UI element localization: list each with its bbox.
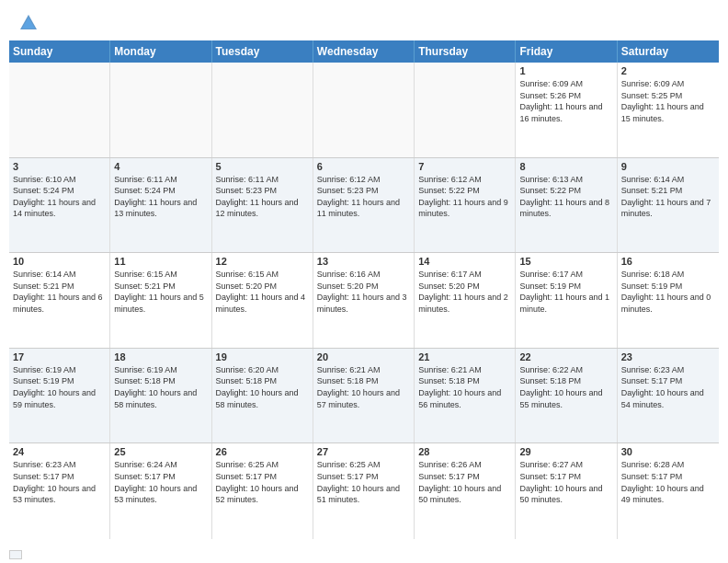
day-number: 27	[317, 446, 410, 457]
empty-cell	[415, 63, 516, 157]
header	[0, 0, 728, 40]
day-cell-3: 3Sunrise: 6:10 AM Sunset: 5:24 PM Daylig…	[9, 158, 110, 253]
day-cell-9: 9Sunrise: 6:14 AM Sunset: 5:21 PM Daylig…	[618, 158, 719, 253]
day-info: Sunrise: 6:22 AM Sunset: 5:18 PM Dayligh…	[519, 364, 612, 410]
day-info: Sunrise: 6:15 AM Sunset: 5:21 PM Dayligh…	[114, 269, 207, 315]
empty-cell	[212, 63, 313, 157]
day-cell-21: 21Sunrise: 6:21 AM Sunset: 5:18 PM Dayli…	[415, 349, 516, 443]
day-info: Sunrise: 6:20 AM Sunset: 5:18 PM Dayligh…	[216, 364, 309, 410]
day-cell-8: 8Sunrise: 6:13 AM Sunset: 5:22 PM Daylig…	[516, 158, 617, 253]
day-info: Sunrise: 6:13 AM Sunset: 5:22 PM Dayligh…	[519, 174, 612, 220]
day-number: 1	[519, 65, 612, 76]
day-cell-7: 7Sunrise: 6:12 AM Sunset: 5:22 PM Daylig…	[415, 158, 516, 253]
day-number: 9	[621, 161, 715, 172]
day-info: Sunrise: 6:14 AM Sunset: 5:21 PM Dayligh…	[621, 174, 715, 220]
day-cell-24: 24Sunrise: 6:23 AM Sunset: 5:17 PM Dayli…	[9, 443, 110, 539]
day-cell-27: 27Sunrise: 6:25 AM Sunset: 5:17 PM Dayli…	[313, 443, 415, 539]
day-info: Sunrise: 6:23 AM Sunset: 5:17 PM Dayligh…	[621, 364, 715, 410]
day-info: Sunrise: 6:25 AM Sunset: 5:17 PM Dayligh…	[317, 459, 410, 505]
day-cell-4: 4Sunrise: 6:11 AM Sunset: 5:24 PM Daylig…	[110, 158, 211, 253]
day-info: Sunrise: 6:14 AM Sunset: 5:21 PM Dayligh…	[13, 269, 106, 315]
day-number: 23	[621, 351, 715, 362]
legend-box	[9, 550, 22, 559]
day-cell-2: 2Sunrise: 6:09 AM Sunset: 5:25 PM Daylig…	[618, 63, 719, 157]
week-row-0: 1Sunrise: 6:09 AM Sunset: 5:26 PM Daylig…	[9, 63, 719, 158]
day-cell-16: 16Sunrise: 6:18 AM Sunset: 5:19 PM Dayli…	[618, 253, 719, 348]
day-cell-25: 25Sunrise: 6:24 AM Sunset: 5:17 PM Dayli…	[110, 443, 211, 539]
day-info: Sunrise: 6:19 AM Sunset: 5:19 PM Dayligh…	[13, 364, 106, 410]
day-cell-11: 11Sunrise: 6:15 AM Sunset: 5:21 PM Dayli…	[110, 253, 211, 348]
week-row-2: 10Sunrise: 6:14 AM Sunset: 5:21 PM Dayli…	[9, 253, 719, 349]
day-cell-6: 6Sunrise: 6:12 AM Sunset: 5:23 PM Daylig…	[313, 158, 415, 253]
day-cell-23: 23Sunrise: 6:23 AM Sunset: 5:17 PM Dayli…	[618, 349, 719, 443]
day-cell-20: 20Sunrise: 6:21 AM Sunset: 5:18 PM Dayli…	[313, 349, 415, 443]
day-cell-18: 18Sunrise: 6:19 AM Sunset: 5:18 PM Dayli…	[110, 349, 211, 443]
day-number: 2	[621, 65, 715, 76]
day-info: Sunrise: 6:19 AM Sunset: 5:18 PM Dayligh…	[114, 364, 207, 410]
day-number: 20	[317, 351, 410, 362]
day-cell-26: 26Sunrise: 6:25 AM Sunset: 5:17 PM Dayli…	[212, 443, 313, 539]
day-cell-13: 13Sunrise: 6:16 AM Sunset: 5:20 PM Dayli…	[313, 253, 415, 348]
day-number: 8	[519, 161, 612, 172]
empty-cell	[110, 63, 211, 157]
day-info: Sunrise: 6:11 AM Sunset: 5:23 PM Dayligh…	[216, 174, 309, 220]
day-number: 15	[519, 256, 612, 267]
day-number: 3	[13, 161, 106, 172]
day-info: Sunrise: 6:10 AM Sunset: 5:24 PM Dayligh…	[13, 174, 106, 220]
day-cell-14: 14Sunrise: 6:17 AM Sunset: 5:20 PM Dayli…	[415, 253, 516, 348]
day-number: 18	[114, 351, 207, 362]
day-number: 13	[317, 256, 410, 267]
logo-icon	[18, 13, 39, 33]
weekday-header-thursday: Thursday	[415, 40, 516, 63]
weekday-header-saturday: Saturday	[618, 40, 719, 63]
day-cell-29: 29Sunrise: 6:27 AM Sunset: 5:17 PM Dayli…	[516, 443, 617, 539]
calendar: SundayMondayTuesdayWednesdayThursdayFrid…	[0, 40, 728, 546]
day-cell-17: 17Sunrise: 6:19 AM Sunset: 5:19 PM Dayli…	[9, 349, 110, 443]
day-cell-10: 10Sunrise: 6:14 AM Sunset: 5:21 PM Dayli…	[9, 253, 110, 348]
calendar-body: 1Sunrise: 6:09 AM Sunset: 5:26 PM Daylig…	[9, 63, 719, 539]
day-cell-12: 12Sunrise: 6:15 AM Sunset: 5:20 PM Dayli…	[212, 253, 313, 348]
day-info: Sunrise: 6:18 AM Sunset: 5:19 PM Dayligh…	[621, 269, 715, 315]
day-cell-1: 1Sunrise: 6:09 AM Sunset: 5:26 PM Daylig…	[516, 63, 617, 157]
day-number: 24	[13, 446, 106, 457]
day-number: 19	[216, 351, 309, 362]
week-row-3: 17Sunrise: 6:19 AM Sunset: 5:19 PM Dayli…	[9, 349, 719, 444]
weekday-header-friday: Friday	[516, 40, 617, 63]
empty-cell	[313, 63, 415, 157]
day-info: Sunrise: 6:21 AM Sunset: 5:18 PM Dayligh…	[418, 364, 511, 410]
day-cell-15: 15Sunrise: 6:17 AM Sunset: 5:19 PM Dayli…	[516, 253, 617, 348]
day-cell-5: 5Sunrise: 6:11 AM Sunset: 5:23 PM Daylig…	[212, 158, 313, 253]
day-cell-22: 22Sunrise: 6:22 AM Sunset: 5:18 PM Dayli…	[516, 349, 617, 443]
day-number: 12	[216, 256, 309, 267]
day-number: 21	[418, 351, 511, 362]
day-info: Sunrise: 6:24 AM Sunset: 5:17 PM Dayligh…	[114, 459, 207, 505]
day-number: 10	[13, 256, 106, 267]
day-cell-28: 28Sunrise: 6:26 AM Sunset: 5:17 PM Dayli…	[415, 443, 516, 539]
day-info: Sunrise: 6:17 AM Sunset: 5:19 PM Dayligh…	[519, 269, 612, 315]
day-number: 26	[216, 446, 309, 457]
day-info: Sunrise: 6:12 AM Sunset: 5:22 PM Dayligh…	[418, 174, 511, 220]
day-number: 4	[114, 161, 207, 172]
page: SundayMondayTuesdayWednesdayThursdayFrid…	[0, 0, 728, 563]
day-number: 6	[317, 161, 410, 172]
day-number: 5	[216, 161, 309, 172]
day-info: Sunrise: 6:25 AM Sunset: 5:17 PM Dayligh…	[216, 459, 309, 505]
day-info: Sunrise: 6:15 AM Sunset: 5:20 PM Dayligh…	[216, 269, 309, 315]
day-info: Sunrise: 6:23 AM Sunset: 5:17 PM Dayligh…	[13, 459, 106, 505]
weekday-header-monday: Monday	[110, 40, 211, 63]
day-number: 16	[621, 256, 715, 267]
day-info: Sunrise: 6:11 AM Sunset: 5:24 PM Dayligh…	[114, 174, 207, 220]
weekday-header-tuesday: Tuesday	[212, 40, 313, 63]
weekday-header-wednesday: Wednesday	[313, 40, 415, 63]
week-row-4: 24Sunrise: 6:23 AM Sunset: 5:17 PM Dayli…	[9, 443, 719, 539]
day-info: Sunrise: 6:16 AM Sunset: 5:20 PM Dayligh…	[317, 269, 410, 315]
day-number: 7	[418, 161, 511, 172]
day-number: 22	[519, 351, 612, 362]
day-info: Sunrise: 6:26 AM Sunset: 5:17 PM Dayligh…	[418, 459, 511, 505]
day-number: 25	[114, 446, 207, 457]
day-number: 14	[418, 256, 511, 267]
day-info: Sunrise: 6:21 AM Sunset: 5:18 PM Dayligh…	[317, 364, 410, 410]
day-info: Sunrise: 6:09 AM Sunset: 5:25 PM Dayligh…	[621, 78, 715, 124]
day-info: Sunrise: 6:09 AM Sunset: 5:26 PM Dayligh…	[519, 78, 612, 124]
day-info: Sunrise: 6:28 AM Sunset: 5:17 PM Dayligh…	[621, 459, 715, 505]
